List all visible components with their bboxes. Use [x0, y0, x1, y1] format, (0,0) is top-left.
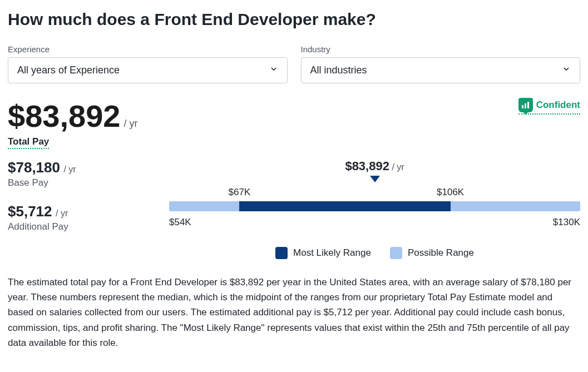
legend-likely: Most Likely Range [275, 247, 371, 259]
pointer-amount: $83,892 [345, 159, 389, 173]
experience-label: Experience [8, 44, 288, 54]
base-pay-block: $78,180 / yr Base Pay [8, 159, 147, 189]
salary-range-chart: $83,892 / yr $67K $106K $54K $130K Most … [169, 159, 580, 259]
chevron-down-icon [269, 65, 278, 76]
confidence-text: Confident [536, 100, 580, 111]
industry-label: Industry [301, 44, 581, 54]
chart-legend: Most Likely Range Possible Range [169, 247, 580, 259]
description-text: The estimated total pay for a Front End … [8, 275, 580, 350]
industry-selected: All industries [310, 65, 367, 76]
swatch-icon [390, 247, 402, 259]
confidence-badge[interactable]: Confident [518, 98, 580, 115]
likely-max-label: $106K [437, 187, 464, 198]
possible-max-label: $130K [553, 217, 580, 228]
industry-filter: Industry All industries [301, 44, 581, 83]
additional-pay-label: Additional Pay [8, 221, 147, 232]
possible-min-label: $54K [169, 217, 191, 228]
caret-down-icon [370, 176, 380, 182]
filter-row: Experience All years of Experience Indus… [8, 44, 580, 83]
experience-filter: Experience All years of Experience [8, 44, 288, 83]
additional-pay-block: $5,712 / yr Additional Pay [8, 203, 147, 232]
legend-possible: Possible Range [390, 247, 474, 259]
likely-range-bar [239, 201, 450, 211]
total-pay-per: / yr [123, 118, 137, 130]
legend-likely-label: Most Likely Range [293, 247, 371, 259]
experience-dropdown[interactable]: All years of Experience [8, 57, 288, 83]
base-pay-label: Base Pay [8, 177, 147, 189]
bars-icon [518, 98, 533, 112]
additional-pay-amount: $5,712 [8, 203, 52, 220]
pointer-per: / yr [392, 162, 404, 172]
swatch-icon [275, 247, 288, 259]
legend-possible-label: Possible Range [408, 247, 474, 259]
additional-pay-per: / yr [56, 209, 68, 218]
likely-min-label: $67K [229, 187, 251, 198]
experience-selected: All years of Experience [17, 65, 120, 76]
base-pay-per: / yr [63, 165, 76, 174]
page-title: How much does a Front End Developer make… [8, 10, 580, 29]
total-pay-block: $83,892 / yr Total Pay [8, 98, 137, 149]
total-pay-label[interactable]: Total Pay [8, 136, 49, 149]
industry-dropdown[interactable]: All industries [301, 57, 581, 83]
chevron-down-icon [562, 65, 571, 76]
total-pay-amount: $83,892 [8, 98, 120, 134]
base-pay-amount: $78,180 [8, 159, 60, 176]
